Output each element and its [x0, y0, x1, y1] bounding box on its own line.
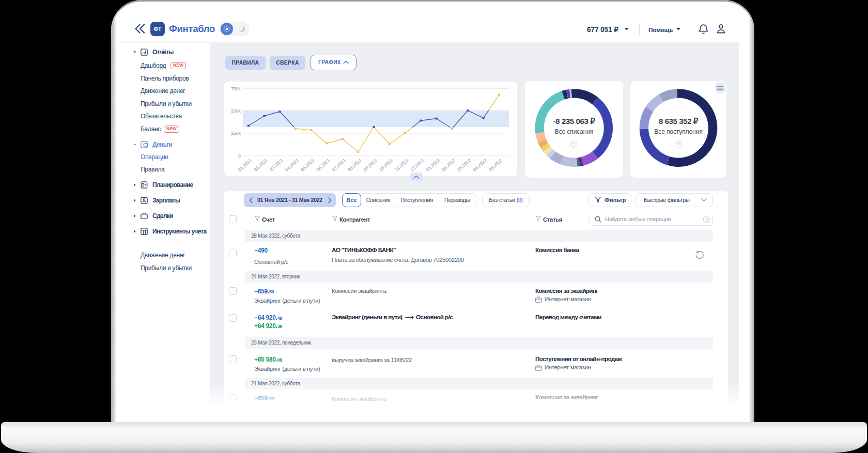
svg-text:02.2022: 02.2022: [441, 158, 456, 173]
svg-text:09.2021: 09.2021: [363, 158, 378, 173]
svg-text:750k: 750k: [231, 86, 241, 91]
svg-text:05.2021: 05.2021: [300, 158, 315, 173]
svg-text:04.2022: 04.2022: [472, 158, 488, 173]
svg-text:04.2021: 04.2021: [284, 158, 300, 173]
svg-text:02.2021: 02.2021: [253, 158, 268, 173]
svg-text:250k: 250k: [231, 131, 241, 136]
svg-text:01.2021: 01.2021: [237, 158, 253, 173]
svg-text:11.2021: 11.2021: [394, 158, 410, 172]
svg-text:10.2021: 10.2021: [378, 158, 394, 173]
svg-text:08.2021: 08.2021: [347, 158, 362, 173]
svg-text:500k: 500k: [231, 108, 241, 114]
svg-text:03.2021: 03.2021: [269, 158, 284, 173]
svg-text:0: 0: [238, 153, 241, 159]
svg-text:01.2022: 01.2022: [425, 158, 441, 173]
svg-text:05.2022: 05.2022: [488, 158, 503, 173]
svg-text:06.2021: 06.2021: [316, 158, 331, 173]
svg-text:07.2021: 07.2021: [331, 158, 347, 173]
svg-text:03.2022: 03.2022: [456, 158, 472, 173]
svg-text:12.2021: 12.2021: [409, 158, 425, 173]
